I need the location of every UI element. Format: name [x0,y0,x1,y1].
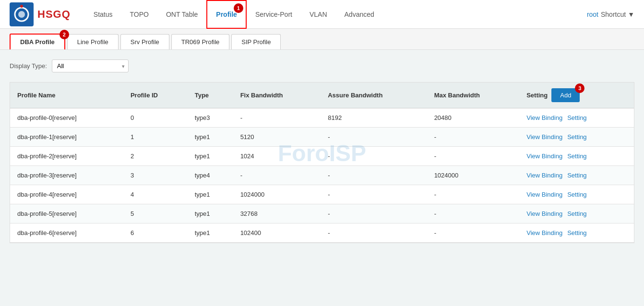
table-row: dba-profile-6[reserve] 6 type1 102400 - … [10,224,634,243]
table-body: dba-profile-0[reserve] 0 type3 - 8192 20… [10,108,634,243]
col-type: Type [188,82,233,108]
cell-max-bw-5: - [427,204,520,224]
cell-name-1: dba-profile-1[reserve] [10,128,123,147]
cell-id-5: 5 [123,204,188,224]
cell-fix-bw-4: 1024000 [233,185,321,204]
view-binding-link-4[interactable]: View Binding [526,191,562,198]
cell-setting-5: View Binding Setting [519,204,634,224]
main-table-container: Profile Name Profile ID Type Fix Bandwid… [10,82,634,243]
table-row: dba-profile-5[reserve] 5 type1 32768 - -… [10,204,634,224]
logo-area: HSGQ [10,2,71,26]
badge-3: 3 [575,83,584,93]
nav-user: root [587,11,598,18]
cell-fix-bw-1: 5120 [233,128,321,147]
sub-tabs: DBA Profile 2 Line Profile Srv Profile T… [0,29,644,50]
setting-link-5[interactable]: Setting [567,210,586,217]
nav-item-ont-table[interactable]: ONT Table [157,0,206,29]
view-binding-link-6[interactable]: View Binding [526,229,562,236]
table-row: dba-profile-1[reserve] 1 type1 5120 - - … [10,128,634,147]
nav-shortcut[interactable]: Shortcut ▼ [601,11,634,18]
cell-name-2: dba-profile-2[reserve] [10,147,123,166]
col-profile-name: Profile Name [10,82,123,108]
cell-max-bw-6: - [427,224,520,243]
tab-tr069-profile[interactable]: TR069 Profile [171,34,229,49]
table-row: dba-profile-0[reserve] 0 type3 - 8192 20… [10,108,634,128]
table-row: dba-profile-2[reserve] 2 type1 1024 - - … [10,147,634,166]
tab-line-profile[interactable]: Line Profile [67,34,119,49]
cell-name-3: dba-profile-3[reserve] [10,166,123,185]
svg-point-2 [18,11,25,18]
cell-setting-6: View Binding Setting [519,224,634,243]
nav-item-advanced[interactable]: Advanced [336,0,383,29]
cell-setting-3: View Binding Setting [519,166,634,185]
main-table: Profile Name Profile ID Type Fix Bandwid… [10,82,634,243]
table-row: dba-profile-4[reserve] 4 type1 1024000 -… [10,185,634,204]
nav-item-profile[interactable]: Profile 1 [206,0,247,29]
setting-link-0[interactable]: Setting [567,114,586,121]
cell-name-0: dba-profile-0[reserve] [10,108,123,128]
logo-icon [10,2,34,26]
view-binding-link-5[interactable]: View Binding [526,210,562,217]
nav-item-status[interactable]: Status [85,0,121,29]
cell-assure-bw-4: - [321,185,427,204]
view-binding-link-3[interactable]: View Binding [526,172,562,179]
cell-fix-bw-0: - [233,108,321,128]
content-area: Display Type: All type1 type2 type3 type… [0,50,644,253]
cell-setting-1: View Binding Setting [519,128,634,147]
cell-assure-bw-1: - [321,128,427,147]
tab-wrapper-dba: DBA Profile 2 [10,34,65,49]
col-setting: Setting Add 3 [519,82,634,108]
cell-assure-bw-2: - [321,147,427,166]
col-max-bw: Max Bandwidth [427,82,520,108]
tab-dba-profile[interactable]: DBA Profile 2 [10,34,65,49]
cell-fix-bw-5: 32768 [233,204,321,224]
cell-max-bw-1: - [427,128,520,147]
setting-link-1[interactable]: Setting [567,133,586,141]
cell-id-3: 3 [123,166,188,185]
cell-type-2: type1 [188,147,233,166]
col-profile-id: Profile ID [123,82,188,108]
table-row: dba-profile-3[reserve] 3 type4 - - 10240… [10,166,634,185]
setting-link-2[interactable]: Setting [567,153,586,160]
cell-max-bw-2: - [427,147,520,166]
cell-type-4: type1 [188,185,233,204]
cell-fix-bw-3: - [233,166,321,185]
cell-assure-bw-5: - [321,204,427,224]
main-nav: Status TOPO ONT Table Profile 1 Service-… [85,0,587,29]
nav-item-vlan[interactable]: VLAN [301,0,336,29]
setting-link-3[interactable]: Setting [567,172,586,179]
cell-max-bw-0: 20480 [427,108,520,128]
select-wrapper: All type1 type2 type3 type4 [52,59,129,72]
col-fix-bw: Fix Bandwidth [233,82,321,108]
cell-type-5: type1 [188,204,233,224]
add-button-wrapper: Add 3 [551,88,580,102]
view-binding-link-1[interactable]: View Binding [526,133,562,141]
nav-item-service-port[interactable]: Service-Port [247,0,301,29]
col-assure-bw: Assure Bandwidth [321,82,427,108]
logo-text: HSGQ [37,8,71,21]
setting-link-6[interactable]: Setting [567,229,586,236]
badge-1: 1 [234,3,243,13]
cell-setting-0: View Binding Setting [519,108,634,128]
badge-2: 2 [60,30,69,39]
view-binding-link-2[interactable]: View Binding [526,153,562,160]
cell-type-6: type1 [188,224,233,243]
cell-fix-bw-2: 1024 [233,147,321,166]
cell-max-bw-4: - [427,185,520,204]
cell-setting-2: View Binding Setting [519,147,634,166]
cell-type-0: type3 [188,108,233,128]
cell-id-6: 6 [123,224,188,243]
setting-link-4[interactable]: Setting [567,191,586,198]
view-binding-link-0[interactable]: View Binding [526,114,562,121]
cell-type-3: type4 [188,166,233,185]
cell-id-1: 1 [123,128,188,147]
nav-item-topo[interactable]: TOPO [121,0,157,29]
cell-name-5: dba-profile-5[reserve] [10,204,123,224]
filter-row: Display Type: All type1 type2 type3 type… [10,59,634,72]
cell-name-6: dba-profile-6[reserve] [10,224,123,243]
tab-sip-profile[interactable]: SIP Profile [231,34,281,49]
display-type-select[interactable]: All type1 type2 type3 type4 [52,59,129,72]
nav-right: root Shortcut ▼ [587,11,634,18]
cell-id-0: 0 [123,108,188,128]
tab-srv-profile[interactable]: Srv Profile [120,34,169,49]
